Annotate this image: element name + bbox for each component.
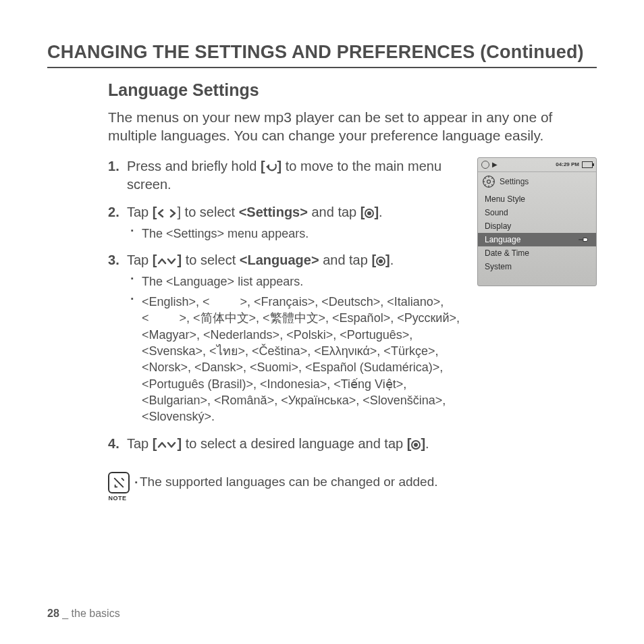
- device-menu-item: Display: [478, 219, 596, 233]
- battery-icon: [582, 161, 593, 168]
- footer-section: the basics: [72, 608, 120, 619]
- device-menu-item: Menu Style: [478, 192, 596, 206]
- pointer-hand-icon: [577, 236, 589, 244]
- device-header: Settings: [478, 172, 596, 191]
- section-title: Language Settings: [108, 80, 597, 100]
- left-right-icon: [157, 209, 177, 218]
- note-label: NOTE: [108, 495, 127, 502]
- device-menu-item: System: [478, 260, 596, 273]
- step-3-sub-1: The <Language> list appears.: [131, 273, 465, 290]
- step-3: Tap [] to select <Language> and tap []. …: [108, 251, 465, 425]
- svg-point-5: [414, 443, 418, 447]
- up-down-icon: [157, 440, 177, 450]
- svg-point-3: [379, 259, 383, 263]
- device-menu-list: Menu Style Sound Display Language Date &…: [478, 191, 596, 286]
- select-icon: [365, 209, 374, 218]
- note-icon: [108, 472, 130, 493]
- up-down-icon: [157, 257, 177, 266]
- page-number: 28: [47, 608, 59, 619]
- step-2-sub: The <Settings> menu appears.: [131, 225, 465, 242]
- step-1: Press and briefly hold [] to move to the…: [108, 157, 465, 194]
- back-icon: [265, 163, 277, 172]
- svg-line-13: [491, 184, 493, 186]
- intro-paragraph: The menus on your new mp3 player can be …: [108, 108, 597, 145]
- step-3-sub-2: <English>, < >, <Français>, <Deutsch>, <…: [131, 294, 465, 425]
- step-list: Press and briefly hold [] to move to the…: [108, 157, 465, 462]
- device-menu-item-selected: Language: [478, 233, 596, 246]
- page-title: CHANGING THE SETTINGS AND PREFERENCES (C…: [47, 42, 597, 68]
- device-screenshot: ▶ 04:29 PM Settings Menu Style Sound Dis…: [477, 157, 597, 286]
- svg-line-15: [491, 178, 493, 179]
- step-4: Tap [] to select a desired language and …: [108, 435, 465, 453]
- page-footer: 28 _ the basics: [47, 608, 120, 620]
- device-menu-item: Sound: [478, 206, 596, 219]
- svg-point-7: [487, 180, 491, 183]
- device-time: 04:29 PM: [556, 161, 579, 167]
- device-header-title: Settings: [500, 177, 529, 186]
- note-block: NOTE The supported languages can be chan…: [108, 472, 597, 502]
- device-menu-item: Date & Time: [478, 246, 596, 260]
- select-icon: [411, 440, 421, 450]
- svg-line-12: [485, 178, 486, 179]
- step-2: Tap [] to select <Settings> and tap []. …: [108, 203, 465, 242]
- device-play-icon: ▶: [492, 161, 498, 168]
- select-icon: [376, 257, 385, 266]
- svg-point-1: [367, 211, 371, 215]
- svg-line-14: [485, 184, 486, 186]
- note-text: The supported languages can be changed o…: [135, 472, 438, 489]
- device-back-icon: [481, 161, 489, 169]
- gear-icon: [482, 175, 495, 188]
- device-status-bar: ▶ 04:29 PM: [478, 158, 596, 172]
